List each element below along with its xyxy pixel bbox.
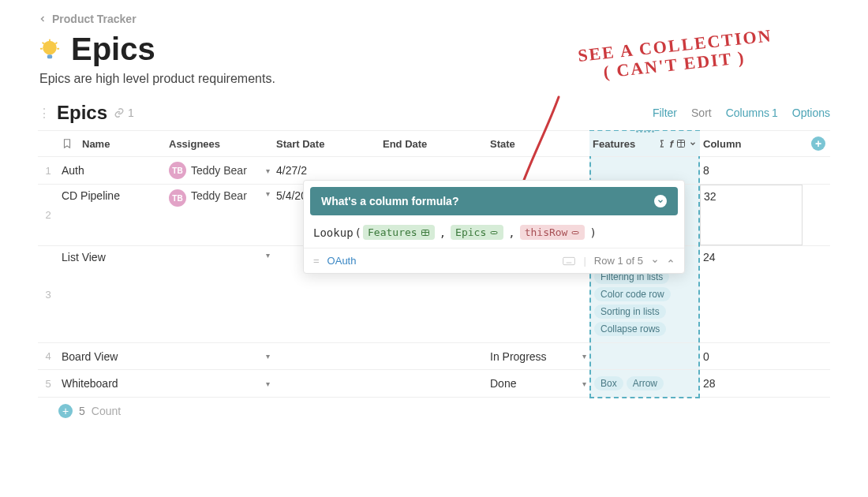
token-epics[interactable]: Epics [451, 225, 503, 240]
cell-name[interactable]: CD Pipeline [58, 185, 166, 245]
feature-tag: Collapse rows [594, 322, 666, 336]
row-count-label: Count [92, 405, 121, 417]
filter-button[interactable]: Filter [653, 106, 677, 119]
chevron-down-icon[interactable] [651, 257, 659, 265]
table-footer: + 5 Count [38, 398, 830, 418]
chevron-down-icon[interactable]: ▾ [266, 352, 270, 361]
svg-rect-8 [491, 231, 497, 234]
avatar: TB [169, 162, 186, 179]
cell-state[interactable]: In Progress ▾ [487, 343, 589, 369]
formula-icon [657, 139, 667, 148]
column-header-state[interactable]: State [487, 131, 589, 156]
breadcrumb[interactable]: Product Tracker [38, 13, 830, 25]
chevron-down-icon[interactable]: ▾ [266, 251, 270, 260]
svg-point-0 [43, 40, 57, 54]
formula-result-bar: = OAuth | Row 1 of 5 [304, 248, 684, 273]
cell-name[interactable]: Auth [58, 157, 166, 184]
lightbulb-icon [38, 38, 62, 62]
cell-column[interactable]: 8 [700, 157, 803, 184]
svg-rect-1 [47, 54, 52, 58]
feature-tag: Color code row [594, 287, 671, 301]
row-position-label: Row 1 of 5 [594, 255, 643, 267]
link-icon [114, 107, 125, 118]
bookmark-icon [62, 138, 73, 149]
row-icon [571, 228, 580, 237]
cell-features[interactable]: Box Arrow [589, 370, 700, 397]
chevron-down-icon[interactable]: ▾ [266, 379, 270, 388]
table-header-row: Name Assignees Start Date End Date State… [38, 130, 830, 157]
column-header-features[interactable]: Features f [589, 131, 700, 156]
columns-button[interactable]: Columns1 [726, 106, 778, 119]
column-header-assignees[interactable]: Assignees [166, 131, 273, 156]
avatar: TB [169, 189, 186, 207]
feature-tag: Box [594, 376, 623, 390]
options-button[interactable]: Options [792, 106, 830, 119]
svg-rect-9 [572, 231, 578, 234]
cell-name[interactable]: List View [58, 246, 166, 342]
cell-column[interactable]: 24 [700, 246, 803, 342]
table-icon [421, 228, 430, 237]
token-features[interactable]: Features [363, 225, 435, 240]
svg-rect-10 [563, 257, 575, 264]
chevron-down-icon[interactable]: ▾ [266, 166, 270, 175]
formula-banner[interactable]: What's a column formula? [310, 187, 678, 215]
breadcrumb-label: Product Tracker [52, 13, 137, 25]
chevron-down-icon[interactable]: ▾ [582, 379, 586, 388]
feature-tag: Arrow [627, 376, 664, 390]
formula-expression[interactable]: Lookup( Features , Epics , thisRow ) [304, 222, 684, 248]
add-column-button[interactable]: + [811, 136, 825, 151]
column-header-start-date[interactable]: Start Date [273, 131, 380, 156]
equals-icon: = [313, 255, 320, 267]
table-row[interactable]: 4 Board View ▾ In Progress ▾ 0 [38, 343, 830, 370]
token-thisrow[interactable]: thisRow [520, 225, 586, 240]
column-header-end-date[interactable]: End Date [380, 131, 487, 156]
cell-name[interactable]: Whiteboard [58, 370, 166, 397]
chevron-up-icon[interactable] [667, 257, 675, 265]
table-menu-icon[interactable]: ⋮ [38, 106, 51, 121]
add-row-button[interactable]: + [58, 404, 73, 418]
cell-column[interactable]: 32 [700, 185, 803, 245]
table-title: Epics [57, 102, 107, 124]
cell-column[interactable]: 28 [700, 370, 803, 397]
keyboard-icon[interactable] [563, 256, 575, 266]
chevron-down-icon[interactable]: ▾ [582, 352, 586, 361]
chevron-left-icon [38, 14, 47, 24]
formula-editor-popup: What's a column formula? Lookup( Feature… [303, 180, 685, 274]
drag-handle-icon[interactable] [633, 130, 657, 133]
cell-state[interactable]: Done ▾ [487, 370, 589, 397]
cell-name[interactable]: Board View [58, 343, 166, 369]
page-title: Epics [71, 32, 155, 67]
column-header-column[interactable]: Column [700, 131, 803, 156]
row-count: 5 [79, 405, 85, 417]
formula-result-value: OAuth [327, 255, 357, 267]
link-icon [489, 228, 499, 237]
cell-column[interactable]: 0 [700, 343, 803, 369]
cell-assignees[interactable]: TB Teddy Bear ▾ [166, 185, 273, 245]
feature-tag: Sorting in lists [594, 305, 666, 319]
link-count-chip[interactable]: 1 [114, 106, 134, 119]
cell-assignees[interactable]: TB Teddy Bear ▾ [166, 157, 273, 184]
page-subtitle: Epics are high level product requirement… [39, 72, 830, 86]
chevron-down-icon[interactable]: ▾ [266, 189, 270, 198]
sort-button[interactable]: Sort [691, 106, 712, 119]
chevron-down-icon[interactable] [689, 140, 697, 148]
expand-icon[interactable] [654, 195, 667, 207]
column-header-name[interactable]: Name [58, 131, 166, 156]
table-row[interactable]: 5 Whiteboard ▾ Done ▾ Box Arrow 28 [38, 370, 830, 398]
table-icon [676, 139, 686, 148]
